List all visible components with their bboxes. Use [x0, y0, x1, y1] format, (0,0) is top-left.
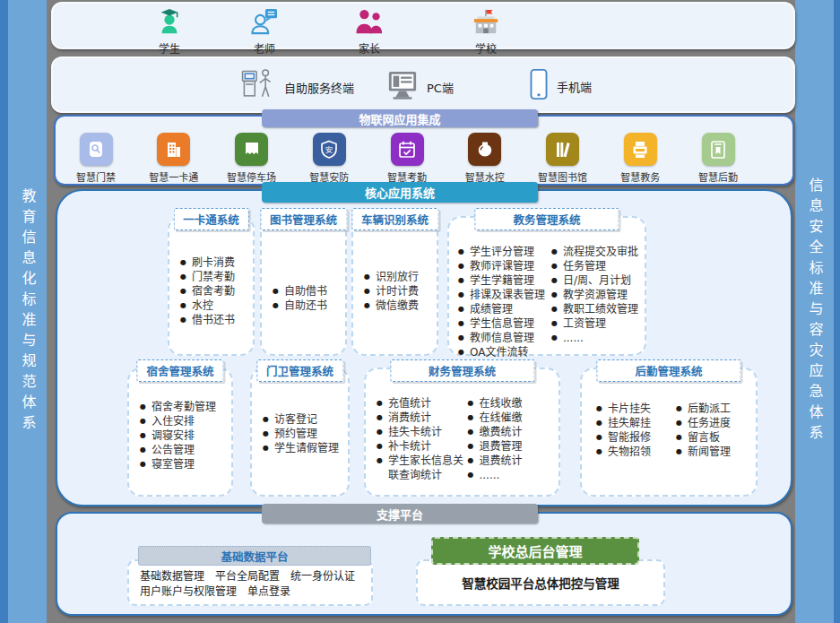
list-item: ●教师信息管理: [458, 331, 551, 345]
list-item: ●刷卡消费: [180, 255, 253, 270]
bullet-icon: ●: [458, 245, 464, 259]
list-item-text: 寝室管理: [152, 457, 195, 472]
bullet-icon: ●: [596, 402, 602, 416]
system-item-list: ●刷卡消费●门禁考勤●宿舍考勤●水控●借书还书: [169, 218, 253, 327]
list-item-text: 调寝安排: [152, 428, 195, 443]
user-role-label: 学校: [475, 40, 497, 56]
iot-item-academic: 智慧教务: [607, 133, 673, 184]
attendance-calendar-icon: [391, 133, 424, 166]
list-item: ●OA文件流转: [458, 345, 551, 359]
system-item-list: ●在线收缴●在线催缴●缴费统计●退费管理●退费统计●......: [468, 396, 559, 482]
system-box-academic: 教务管理系统 ●学生评分管理●教师评课管理●学生学籍管理●排课及课表管理●成绩管…: [447, 216, 646, 356]
list-item: ●留言板: [676, 430, 756, 445]
list-item: ●宿舍考勤管理: [140, 400, 231, 414]
terminal-kiosk: 自助服务终端: [238, 66, 354, 108]
user-role-teacher: 老师: [249, 8, 280, 56]
iot-item-parking: 智慧停车场: [219, 133, 285, 184]
list-item-text: 任务进度: [688, 416, 731, 430]
list-item: ●排课及课表管理: [458, 288, 551, 302]
list-item-text: 成绩管理: [470, 302, 513, 316]
list-item-text: 学生家长信息关联查询统计: [388, 454, 468, 482]
list-item-text: 公告管理: [152, 443, 195, 457]
list-item-text: 入住安排: [152, 414, 195, 428]
support-platform-panel: 基础数据平台 基础数据管理 平台全局配置 统一身份认证 用户账户与权限管理 单点…: [56, 512, 792, 616]
bullet-icon: ●: [140, 414, 146, 428]
bullet-icon: ●: [273, 284, 279, 299]
list-item-text: 在线催缴: [479, 411, 522, 425]
base-platform-line1: 基础数据管理 平台全局配置 统一身份认证: [140, 569, 368, 584]
list-item-text: 任务管理: [563, 259, 606, 273]
bullet-icon: ●: [551, 331, 558, 345]
list-item-text: 工资管理: [563, 316, 606, 331]
list-item-text: 教职工绩效管理: [563, 302, 638, 316]
system-item-list: ●自助借书●自助还书: [262, 218, 345, 313]
list-item-text: 计时计费: [376, 284, 419, 299]
terminal-label: 自助服务终端: [284, 79, 354, 96]
support-section-header: 支撑平台: [262, 504, 538, 523]
bullet-icon: ●: [596, 416, 602, 430]
list-item-text: 失物招领: [608, 445, 651, 459]
bullet-icon: ●: [377, 396, 383, 411]
iot-label: 智慧一卡通: [149, 169, 198, 184]
bullet-icon: ●: [273, 299, 279, 313]
bullet-icon: ●: [140, 428, 146, 443]
list-item: ●公告管理: [140, 443, 231, 457]
bullet-icon: ●: [551, 245, 558, 259]
bullet-icon: ●: [140, 443, 146, 457]
right-sidebar-label: 信息安全标准与容灾应急体系: [804, 177, 826, 446]
bullet-icon: ●: [377, 454, 383, 482]
system-title: 门卫管理系统: [256, 359, 343, 382]
list-item: ●学生信息管理: [458, 316, 551, 331]
system-box-gate: 门卫管理系统 ●访客登记●预约管理●学生请假管理: [250, 368, 350, 497]
list-item-text: 退费管理: [479, 439, 522, 454]
iot-label: 智慧教务: [620, 169, 660, 184]
left-sidebar-label: 教育信息化标准与规范体系: [17, 188, 39, 436]
bullet-icon: ●: [377, 439, 383, 454]
bullet-icon: ●: [551, 302, 558, 316]
list-item-text: 消费统计: [388, 411, 431, 425]
bullet-icon: ●: [364, 284, 370, 299]
list-item-text: OA文件流转: [470, 345, 528, 359]
list-item: ●缴费统计: [468, 425, 559, 439]
list-item-text: 缴费统计: [479, 425, 522, 439]
bullet-icon: ●: [468, 468, 474, 482]
list-item-text: ......: [563, 331, 584, 345]
list-item-text: 新闻管理: [688, 445, 731, 459]
bullet-icon: ●: [676, 402, 682, 416]
system-title: 后勤管理系统: [596, 359, 740, 382]
iot-icons-row: 智慧门禁 智慧一卡通 智慧停车场 安 智慧安防: [63, 133, 751, 184]
list-item-text: 教师评课管理: [470, 259, 534, 273]
list-item: ●挂失卡统计: [377, 425, 468, 439]
system-title: 车辆识别系统: [351, 208, 438, 230]
list-item: ●失物招领: [596, 445, 676, 459]
list-item: ●识别放行: [364, 270, 437, 284]
system-item-list: ●识别放行●计时计费●微信缴费: [353, 218, 437, 313]
school-backend-admin-title: 学校总后台管理: [431, 537, 639, 565]
terminal-mobile: 手机端: [529, 68, 592, 104]
smart-campus-architecture-diagram: 教育信息化标准与规范体系 信息安全标准与容灾应急体系 学生 老师 家长: [0, 0, 840, 623]
terminal-pc: PC端: [386, 70, 454, 104]
list-item: ●寝室管理: [140, 457, 231, 472]
list-item: ●日/周、月计划: [551, 273, 645, 288]
iot-item-attendance: 智慧考勤: [374, 133, 440, 184]
bullet-icon: ●: [458, 345, 464, 359]
system-box-dormitory: 宿舍管理系统 ●宿舍考勤管理●入住安排●调寝安排●公告管理●寝室管理: [127, 368, 233, 497]
bullet-icon: ●: [468, 439, 474, 454]
school-icon: [472, 8, 500, 39]
list-item: ●宿舍考勤: [180, 284, 253, 299]
bullet-icon: ●: [180, 299, 186, 313]
bullet-icon: ●: [458, 316, 464, 331]
list-item-text: 宿舍考勤管理: [152, 400, 216, 414]
list-item-text: 挂失解挂: [608, 416, 651, 430]
bullet-icon: ●: [468, 396, 474, 411]
academic-printer-icon: [624, 133, 657, 166]
list-item: ●入住安排: [140, 414, 231, 428]
iot-item-logistics: 智慧后勤: [685, 133, 751, 184]
bullet-icon: ●: [458, 273, 464, 288]
bullet-icon: ●: [180, 313, 186, 327]
bullet-icon: ●: [596, 430, 602, 445]
system-item-list: ●学生评分管理●教师评课管理●学生学籍管理●排课及课表管理●成绩管理●学生信息管…: [458, 245, 551, 359]
list-item: ●流程提交及审批: [551, 245, 645, 259]
system-box-finance: 财务管理系统 ●充值统计●消费统计●挂失卡统计●补卡统计●学生家长信息关联查询统…: [364, 368, 560, 497]
bullet-icon: ●: [458, 331, 464, 345]
